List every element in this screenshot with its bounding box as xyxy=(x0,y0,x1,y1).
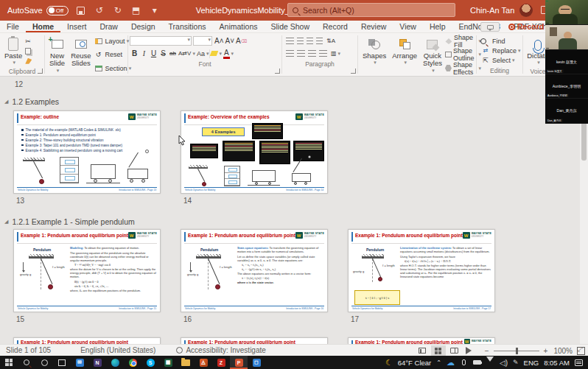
cortana-button[interactable] xyxy=(35,356,53,369)
quick-styles-button[interactable]: Quick Styles▾ xyxy=(420,35,445,75)
zoom-out-button[interactable]: − xyxy=(485,347,489,355)
section-header-examples[interactable]: ◢1.2 Examples xyxy=(0,97,59,106)
clear-formatting-button[interactable]: A⌫ xyxy=(235,36,248,46)
underline-button[interactable]: U xyxy=(149,49,158,58)
tab-insert[interactable]: Insert xyxy=(60,21,93,32)
slide-thumbnail-20-partial[interactable]: Example 1: Pendulum around equilibrium p… xyxy=(348,337,495,344)
participant-tile[interactable]: kevin 赵显文 kevin 赵显文 xyxy=(545,50,588,74)
strikethrough-button[interactable]: S xyxy=(158,49,168,58)
notification-center-button[interactable] xyxy=(575,359,583,366)
slide-thumbnail-18-partial[interactable]: Example 1: Pendulum around equilibrium p… xyxy=(13,337,161,344)
tab-draw[interactable]: Draw xyxy=(93,21,125,32)
participant-tile[interactable]: Dan_黄丹尔 Dan_黄丹尔 xyxy=(545,99,588,124)
wifi-icon[interactable] xyxy=(486,358,494,367)
volume-icon[interactable]: ◁) xyxy=(500,359,508,367)
align-right-button[interactable] xyxy=(308,50,316,57)
tab-help[interactable]: Help xyxy=(423,21,452,32)
font-name-combo[interactable] xyxy=(130,36,192,46)
matlab-app-button[interactable]: ◬ xyxy=(195,356,212,369)
task-view-button[interactable] xyxy=(53,356,71,369)
section-button[interactable]: Section▾ xyxy=(94,64,132,74)
edge-app-button[interactable] xyxy=(106,356,124,369)
font-color-button[interactable]: A▾ xyxy=(223,49,234,58)
shape-effects-button[interactable]: Shape Effects▾ xyxy=(445,63,481,74)
columns-button[interactable]: ▥▾ xyxy=(330,49,341,58)
increase-indent-button[interactable] xyxy=(316,38,323,44)
tab-slide-show[interactable]: Slide Show xyxy=(265,21,317,32)
user-avatar[interactable] xyxy=(519,4,533,17)
shape-outline-button[interactable]: Shape Outline▾ xyxy=(445,49,481,60)
paragraph-dialog-launcher[interactable] xyxy=(351,68,356,74)
line-spacing-button[interactable]: ⇅A xyxy=(326,36,336,46)
participant-video-tile[interactable] xyxy=(545,25,588,50)
tab-record[interactable]: Record xyxy=(316,21,354,32)
reading-view-button[interactable] xyxy=(447,345,462,356)
tab-animations[interactable]: Animations xyxy=(213,21,265,32)
start-button[interactable] xyxy=(0,356,18,369)
arrange-button[interactable]: Arrange▾ xyxy=(389,35,420,75)
autosave-control[interactable]: AutoSave Off xyxy=(7,6,69,15)
video-call-panel[interactable]: kevin 赵显文 kevin 赵显文 Aunbiece_李明明 Aunbiec… xyxy=(545,0,588,124)
comments-button[interactable] xyxy=(480,22,500,32)
mail-app-button[interactable]: ✉ xyxy=(71,356,88,369)
clock[interactable]: 8:05 AM xyxy=(544,359,570,367)
powerpoint-app-button[interactable]: P xyxy=(230,356,248,369)
decrease-font-button[interactable]: A˅ xyxy=(225,36,236,46)
teams-app-button[interactable]: ◻ xyxy=(248,356,265,369)
search-box[interactable] xyxy=(287,3,455,17)
numbering-button[interactable] xyxy=(297,38,304,44)
bold-button[interactable]: B xyxy=(130,49,139,58)
format-painter-button[interactable] xyxy=(25,56,32,66)
slide-thumbnail-15[interactable]: Example 1: Pendulum around equilibrium p… xyxy=(13,229,161,312)
italic-button[interactable]: I xyxy=(139,49,149,58)
show-hidden-icons-button[interactable]: ⌃ xyxy=(436,359,441,366)
onenote-app-button[interactable]: N xyxy=(88,356,106,369)
start-slideshow-button[interactable]: ⬒ xyxy=(130,4,142,16)
find-button[interactable]: Find xyxy=(481,36,521,46)
tab-design[interactable]: Design xyxy=(125,21,162,32)
decrease-indent-button[interactable] xyxy=(307,38,313,44)
skype-app-button[interactable]: S xyxy=(141,356,159,369)
pen-icon[interactable]: ✎ xyxy=(513,359,519,366)
character-spacing-button[interactable]: A⇄V▾ xyxy=(178,49,196,58)
slide-thumbnail-19-partial[interactable]: Example 1: Pendulum around equilibrium p… xyxy=(181,337,328,344)
slide-thumbnail-13[interactable]: Example: outline WWAYNE STATEUNIVERSITY … xyxy=(13,110,161,194)
align-left-button[interactable] xyxy=(286,50,294,57)
moon-weather-icon[interactable]: ☾ xyxy=(385,358,393,368)
battery-icon[interactable] xyxy=(473,360,481,365)
change-case-button[interactable]: Aa▾ xyxy=(196,49,210,58)
tab-view[interactable]: View xyxy=(393,21,423,32)
slide-thumbnail-16[interactable]: Example 1: Pendulum around equilibrium p… xyxy=(181,229,328,312)
align-center-button[interactable] xyxy=(297,50,305,57)
taskbar-search-button[interactable] xyxy=(18,356,35,369)
cut-button[interactable]: ✂ xyxy=(25,36,32,46)
input-language[interactable]: ENG xyxy=(524,359,539,367)
chrome-app-button[interactable] xyxy=(124,356,141,369)
reset-button[interactable]: ↺Reset xyxy=(94,50,132,60)
zoom-slider[interactable] xyxy=(494,351,539,351)
language-status[interactable]: English (United States) xyxy=(80,346,155,354)
justify-button[interactable] xyxy=(319,50,327,57)
slide-thumbnail-17[interactable]: Example 1: Pendulum around equilibrium p… xyxy=(348,229,495,312)
onedrive-icon[interactable]: ☁ xyxy=(447,358,455,368)
weather-status[interactable]: 64°F Clear xyxy=(398,359,432,367)
font-size-combo[interactable] xyxy=(193,36,212,46)
acrobat-app-button[interactable]: Z xyxy=(212,356,230,369)
layout-button[interactable]: Layout▾ xyxy=(94,36,132,46)
slide-thumbnail-14[interactable]: Example: Overview of the examples WWAYNE… xyxy=(181,110,328,194)
record-button[interactable]: Record xyxy=(508,21,544,32)
bullets-button[interactable] xyxy=(286,38,294,44)
shapes-button[interactable]: Shapes▾ xyxy=(360,35,389,75)
search-input[interactable] xyxy=(303,6,435,15)
slideshow-view-button[interactable] xyxy=(463,345,478,356)
highlight-color-button[interactable]: ▾ xyxy=(210,49,223,58)
text-shadow-button[interactable]: ab xyxy=(168,49,178,58)
participant-tile[interactable]: Aunbiece_李明明 Aunbiece_李明明 xyxy=(545,74,588,99)
reuse-slides-button[interactable]: Reuse Slides xyxy=(68,35,94,75)
save-button[interactable] xyxy=(75,4,87,16)
accessibility-status[interactable]: Accessibility: Investigate xyxy=(176,346,265,354)
slide-counter[interactable]: Slide 1 of 105 xyxy=(6,346,51,354)
zoom-in-button[interactable]: + xyxy=(544,347,548,355)
file-explorer-button[interactable] xyxy=(177,356,195,369)
clipboard-dialog-launcher[interactable] xyxy=(38,68,43,74)
